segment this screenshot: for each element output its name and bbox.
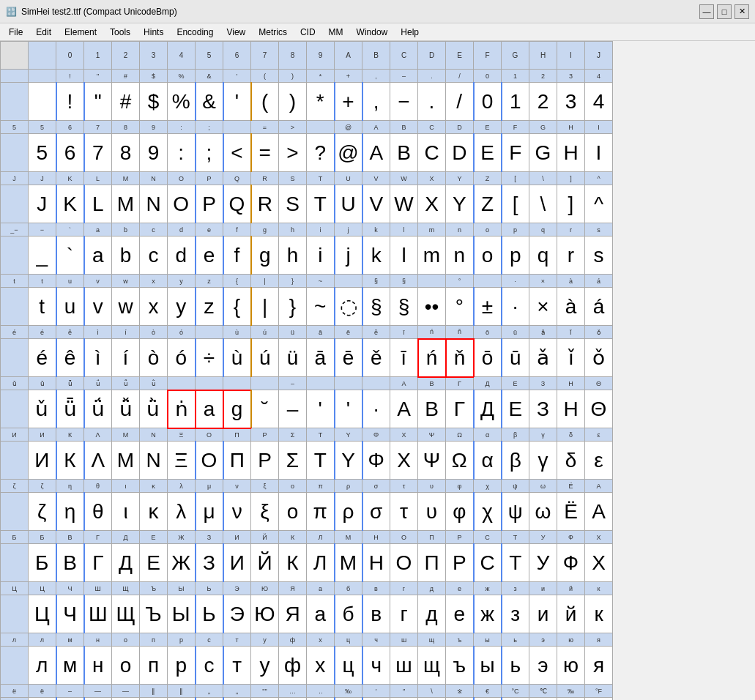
char-cell[interactable]: á [585,288,613,326]
char-cell[interactable]: Е [502,390,529,428]
char-cell[interactable]: Π [223,442,251,480]
menu-cid[interactable]: CID [294,26,321,39]
char-cell[interactable]: Г [84,544,112,582]
char-cell[interactable]: Φ [362,442,390,480]
char-cell[interactable]: ж [474,595,502,633]
char-cell[interactable]: р [168,647,196,685]
char-cell[interactable]: σ [362,493,390,531]
char-cell[interactable]: х [307,647,335,685]
char-cell[interactable]: 4 [585,83,613,121]
char-cell[interactable]: w [112,288,140,326]
char-cell[interactable]: °C [502,698,529,701]
char-cell[interactable]: J [29,185,56,223]
char-cell[interactable]: Z [474,185,502,223]
char-cell[interactable]: c [140,237,168,275]
char-cell[interactable]: ǖ [56,390,84,428]
char-cell[interactable]: А [390,390,418,428]
char-cell[interactable]: * [307,83,335,121]
char-cell[interactable]: П [418,544,446,582]
char-cell[interactable]: ~ [307,288,335,326]
char-cell[interactable]: О [390,544,418,582]
char-cell[interactable]: Х [585,544,613,582]
char-cell[interactable]: O [168,185,196,223]
char-cell[interactable]: Е [140,544,168,582]
char-cell[interactable]: @ [335,134,362,172]
char-cell[interactable]: V [362,185,390,223]
char-cell[interactable]: Ь [196,595,223,633]
char-cell[interactable]: | [251,288,279,326]
char-cell[interactable]: У [529,544,557,582]
char-cell[interactable]: R [251,185,279,223]
char-cell[interactable]: L [84,185,112,223]
char-cell[interactable]: я [585,647,613,685]
char-cell[interactable]: "" [251,698,279,701]
char-cell[interactable]: l [390,237,418,275]
char-cell[interactable]: Д [474,390,502,428]
char-cell[interactable]: g [223,390,251,428]
char-cell[interactable]: ǎ [529,339,557,377]
char-cell[interactable]: a [196,390,223,428]
char-cell[interactable]: ч [362,647,390,685]
char-cell[interactable]: ( [251,83,279,121]
char-cell[interactable]: З [196,544,223,582]
char-cell[interactable]: } [279,288,307,326]
char-cell[interactable]: З [529,390,557,428]
char-cell[interactable]: ē [335,339,362,377]
char-cell[interactable]: θ [84,493,112,531]
char-cell[interactable]: + [335,83,362,121]
char-cell[interactable]: z [196,288,223,326]
char-cell[interactable]: ā [307,339,335,377]
char-cell[interactable]: м [56,647,84,685]
char-cell[interactable]: ※ [446,698,474,701]
char-cell[interactable]: u [56,288,84,326]
char-cell[interactable]: \ [529,185,557,223]
char-cell[interactable]: щ [418,647,446,685]
char-cell[interactable]: ι [112,493,140,531]
menu-tools[interactable]: Tools [104,26,136,39]
char-cell[interactable]: { [223,288,251,326]
menu-window[interactable]: Window [351,26,394,39]
char-cell[interactable]: § [390,288,418,326]
char-cell[interactable]: Ξ [168,442,196,480]
char-cell[interactable]: Ф [557,544,585,582]
menu-encoding[interactable]: Encoding [171,26,219,39]
menu-metrics[interactable]: Metrics [253,26,293,39]
char-cell[interactable]: ' [223,83,251,121]
char-cell[interactable]: p [502,237,529,275]
char-cell[interactable]: T [307,185,335,223]
char-cell[interactable]: · [502,288,529,326]
char-cell[interactable]: — [84,698,112,701]
char-cell[interactable]: = [251,134,279,172]
char-cell[interactable]: g [251,237,279,275]
char-cell[interactable]: Э [223,595,251,633]
char-cell[interactable]: ц [335,647,362,685]
char-cell[interactable]: ь [502,647,529,685]
char-cell[interactable]: Ρ [251,442,279,480]
char-cell[interactable]: ‚‚ [223,698,251,701]
char-cell[interactable]: 3 [557,83,585,121]
char-cell[interactable]: ο [279,493,307,531]
char-cell[interactable]: x [140,288,168,326]
char-cell[interactable]: ‰ [335,698,362,701]
char-cell[interactable]: ± [474,288,502,326]
char-cell[interactable]: ы [474,647,502,685]
char-cell[interactable]: κ [140,493,168,531]
char-cell[interactable]: Б [29,544,56,582]
char-cell[interactable]: η [56,493,84,531]
menu-mm[interactable]: MM [323,26,349,39]
char-cell[interactable]: ъ [446,647,474,685]
char-cell[interactable]: Я [279,595,307,633]
char-cell[interactable]: ‖ [140,698,168,701]
char-cell[interactable]: ! [56,83,84,121]
char-cell[interactable]: Н [362,544,390,582]
char-cell[interactable]: ν [223,493,251,531]
char-cell[interactable]: · [362,390,390,428]
char-cell[interactable]: Л [307,544,335,582]
char-cell[interactable]: ‖ [168,698,196,701]
char-cell[interactable]: à [557,288,585,326]
char-cell[interactable]: и [529,595,557,633]
char-cell[interactable]: e [196,237,223,275]
char-cell[interactable]: ? [307,134,335,172]
char-cell[interactable]: — [112,698,140,701]
char-cell[interactable]: Ч [56,595,84,633]
